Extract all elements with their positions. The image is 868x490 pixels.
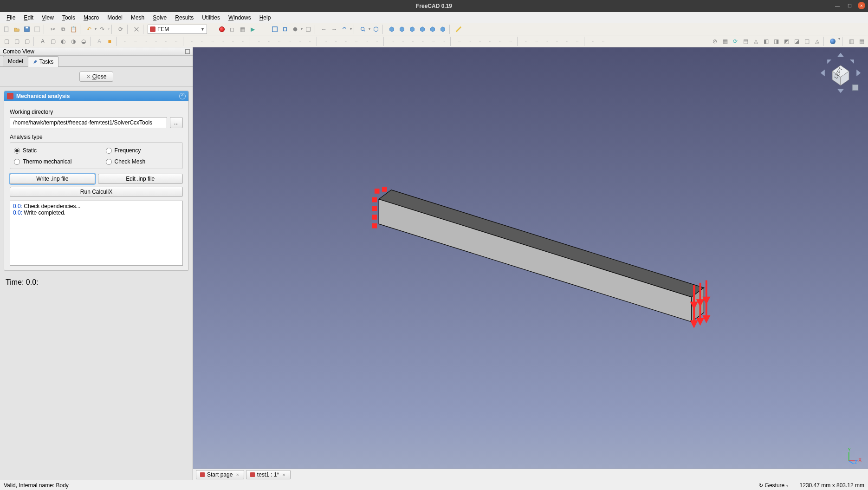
fem-tool-icon[interactable]: ◑	[69, 37, 78, 46]
new-doc-icon[interactable]	[2, 25, 11, 34]
fem-tool-icon[interactable]: ▫	[455, 37, 464, 46]
fem-tool-icon[interactable]: ▫	[475, 37, 485, 46]
save-icon[interactable]	[22, 25, 32, 34]
draw-style-icon[interactable]	[291, 25, 300, 34]
undock-icon[interactable]	[185, 49, 190, 54]
fit-selection-icon[interactable]	[280, 25, 290, 34]
nav-back-icon[interactable]: ←	[319, 25, 329, 34]
menu-edit[interactable]: Edit	[20, 13, 37, 22]
fem-tool-icon[interactable]: ▫	[398, 37, 408, 46]
execute-macro-icon[interactable]: ▶	[248, 25, 257, 34]
fem-tool-icon[interactable]: ▫	[254, 37, 264, 46]
fem-tool-icon[interactable]: ▫	[465, 37, 474, 46]
fem-sphere-icon[interactable]	[828, 37, 837, 46]
copy-icon[interactable]: ⧉	[58, 25, 68, 34]
fem-tool-icon[interactable]: ▫	[295, 37, 304, 46]
run-calculix-button[interactable]: Run CalculiX	[10, 187, 183, 197]
close-tab-icon[interactable]: ×	[281, 472, 286, 477]
fem-tool-icon[interactable]: ▫	[429, 37, 438, 46]
undo-icon[interactable]: ↶	[84, 25, 94, 34]
fem-tool-icon[interactable]: ▫	[439, 37, 448, 46]
fem-tool-icon[interactable]: ▫	[208, 37, 217, 46]
fem-tool-icon[interactable]: ▫	[486, 37, 495, 46]
fem-tool-icon[interactable]: ▢	[22, 37, 32, 46]
fem-tool-icon[interactable]: ▫	[496, 37, 505, 46]
fem-material-icon[interactable]: ■	[105, 37, 114, 46]
fem-tool-icon[interactable]: ▫	[522, 37, 531, 46]
fem-tool-icon[interactable]: ▫	[172, 37, 181, 46]
fem-tool-icon[interactable]: ◐	[58, 37, 68, 46]
log-output[interactable]: 0.0: Check dependencies... 0.0: Write co…	[10, 201, 183, 266]
paste-icon[interactable]: 📋	[69, 25, 78, 34]
fem-tool-icon[interactable]: ▫	[573, 37, 582, 46]
fem-tool-icon[interactable]: ▫	[239, 37, 248, 46]
fem-text-icon[interactable]: A	[38, 37, 47, 46]
radio-frequency[interactable]: Frequency	[106, 147, 179, 154]
fem-tool-icon[interactable]: ▢	[2, 37, 11, 46]
fem-result-show-icon[interactable]: ▦	[720, 37, 730, 46]
iso-view-icon[interactable]	[371, 25, 381, 34]
fem-tool-icon[interactable]: ▫	[321, 37, 330, 46]
fem-tool-icon[interactable]: ▫	[532, 37, 541, 46]
view-left-icon[interactable]	[438, 25, 447, 34]
fem-tool-icon[interactable]: ▫	[228, 37, 238, 46]
cut-icon[interactable]: ✂	[48, 25, 58, 34]
fem-post-pipeline-icon[interactable]: ▤	[741, 37, 750, 46]
fem-tool-icon[interactable]: ◒	[79, 37, 88, 46]
macros-icon[interactable]: ▦	[238, 25, 247, 34]
browse-directory-button[interactable]: ...	[170, 117, 183, 128]
window-minimize-button[interactable]: —	[834, 2, 841, 9]
fem-tool-icon[interactable]: ▫	[151, 37, 161, 46]
view-top-icon[interactable]	[397, 25, 407, 34]
menu-results[interactable]: Results	[171, 13, 197, 22]
fem-tool-icon[interactable]: ▫	[599, 37, 608, 46]
fem-tool-icon[interactable]: ▫	[552, 37, 562, 46]
fit-all-icon[interactable]	[270, 25, 279, 34]
zoom-in-icon[interactable]	[358, 25, 368, 34]
fem-tool-icon[interactable]: ▫	[419, 37, 428, 46]
fem-tool-icon[interactable]: ▫	[218, 37, 227, 46]
fem-tool-icon[interactable]: ▫	[506, 37, 515, 46]
window-close-button[interactable]: ×	[858, 2, 865, 9]
fem-result-purge-icon[interactable]: ⊘	[710, 37, 719, 46]
fem-tool-icon[interactable]: ▫	[162, 37, 171, 46]
menu-solve[interactable]: Solve	[149, 13, 170, 22]
tab-tasks[interactable]: Tasks	[28, 56, 59, 67]
fem-tool-icon[interactable]: ▫	[198, 37, 207, 46]
view-rear-icon[interactable]	[418, 25, 427, 34]
view-front-icon[interactable]	[387, 25, 396, 34]
menu-macro[interactable]: Macro	[80, 13, 103, 22]
fem-tool-icon[interactable]: ▫	[542, 37, 551, 46]
edit-inp-button[interactable]: Edit .inp file	[98, 174, 183, 184]
fem-tool-icon[interactable]: ▫	[131, 37, 140, 46]
fem-tool-icon[interactable]: ▫	[372, 37, 382, 46]
view-right-icon[interactable]	[408, 25, 417, 34]
fem-analysis-icon[interactable]: A	[95, 37, 104, 46]
stop-macro-icon[interactable]: ◻	[227, 25, 237, 34]
saveas-icon[interactable]	[32, 25, 42, 34]
fem-tool-icon[interactable]: ▫	[362, 37, 371, 46]
write-inp-button[interactable]: Write .inp file	[10, 174, 95, 184]
fem-tool-icon[interactable]: ▫	[285, 37, 294, 46]
nav-fwd-icon[interactable]: →	[330, 25, 339, 34]
menu-mesh[interactable]: Mesh	[127, 13, 148, 22]
fem-ex2mesh-icon[interactable]: ▦	[857, 37, 866, 46]
fem-post-lineariz-icon[interactable]: ◬	[812, 37, 822, 46]
fem-tool-icon[interactable]: ▫	[408, 37, 418, 46]
menu-help[interactable]: Help	[256, 13, 275, 22]
3d-viewport[interactable]: LEFT Y X Z Start page × test1 : 1* ×	[193, 47, 868, 480]
menu-file[interactable]: File	[3, 13, 19, 22]
navigation-cube[interactable]: LEFT	[820, 52, 862, 94]
tab-model[interactable]: Model	[3, 56, 28, 66]
nav-style-selector[interactable]: ↻ Gesture ▾	[759, 482, 788, 489]
task-title-bar[interactable]: Mechanical analysis ⌃	[4, 91, 188, 101]
link-icon[interactable]	[132, 25, 141, 34]
window-maximize-button[interactable]: ☐	[846, 2, 853, 9]
open-doc-icon[interactable]	[12, 25, 21, 34]
record-macro-icon[interactable]	[217, 25, 227, 34]
fem-post-clip-icon[interactable]: ◧	[761, 37, 771, 46]
fem-tool-icon[interactable]: ▫	[305, 37, 315, 46]
viewport-tab-start[interactable]: Start page ×	[196, 470, 244, 479]
workbench-selector[interactable]: FEM ▼	[148, 25, 207, 34]
menu-view[interactable]: View	[38, 13, 58, 22]
